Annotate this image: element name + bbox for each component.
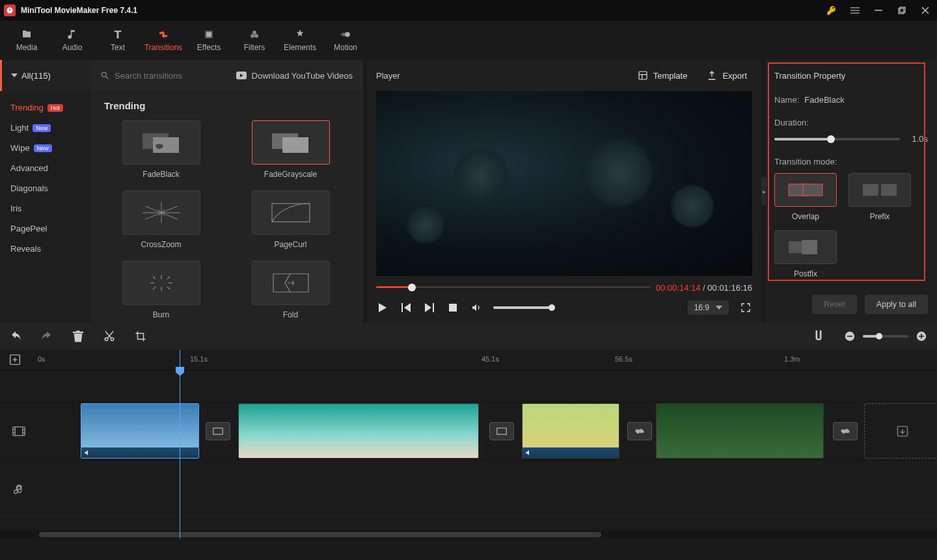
tab-elements[interactable]: Elements [277, 22, 323, 59]
player-controls: 16:9 [367, 293, 761, 323]
ruler-mark: 45.1s [482, 355, 499, 363]
tab-label: Text [111, 43, 125, 52]
tab-filters[interactable]: Filters [232, 22, 277, 59]
tab-audio[interactable]: Audio [49, 22, 95, 59]
transition-item-burn[interactable]: Burn [104, 261, 218, 319]
transition-item-pagecurl[interactable]: PageCurl [234, 191, 347, 249]
duration-slider[interactable] [774, 138, 900, 140]
svg-rect-3 [850, 10, 860, 10]
transition-item-fold[interactable]: Fold [234, 261, 347, 319]
category-advanced[interactable]: Advanced [0, 158, 91, 178]
menu-icon[interactable] [843, 0, 867, 21]
tab-label: Media [16, 43, 38, 52]
transition-item-fadeblack[interactable]: FadeBlack [104, 120, 218, 179]
category-light[interactable]: LightNew [0, 118, 91, 138]
zoom-slider[interactable] [863, 335, 908, 338]
transition-slot[interactable] [833, 422, 858, 440]
zoom-out-button[interactable] [843, 330, 856, 343]
undo-button[interactable] [9, 330, 22, 343]
transition-slot[interactable] [206, 422, 230, 440]
svg-rect-47 [881, 184, 897, 196]
svg-rect-55 [847, 336, 852, 337]
tab-text[interactable]: Text [95, 22, 141, 59]
aspect-ratio-select[interactable]: 16:9 [688, 300, 729, 315]
svg-rect-43 [449, 304, 457, 312]
duration-label: Duration: [774, 118, 809, 127]
category-wipe[interactable]: WipeNew [0, 138, 91, 158]
download-youtube-link[interactable]: Download YouTube Videos [236, 60, 363, 91]
mode-prefix[interactable]: Prefix [849, 173, 911, 221]
svg-point-14 [254, 34, 258, 38]
apply-all-button[interactable]: Apply to all [865, 295, 928, 314]
category-reveals[interactable]: Reveals [0, 239, 91, 259]
volume-icon[interactable] [470, 301, 483, 314]
svg-point-17 [340, 33, 344, 36]
snap-button[interactable] [812, 330, 825, 343]
mode-overlap[interactable]: Overlap [774, 173, 837, 221]
drop-zone[interactable] [864, 403, 937, 459]
category-iris[interactable]: Iris [0, 198, 91, 219]
mode-postfix[interactable]: Postfix [774, 230, 837, 278]
template-button[interactable]: Template [632, 66, 693, 85]
svg-rect-38 [639, 72, 647, 79]
svg-rect-2 [850, 7, 860, 8]
transition-item-fadegrayscale[interactable]: FadeGrayscale [234, 120, 347, 179]
clip[interactable] [238, 403, 479, 459]
title-bar: MiniTool MovieMaker Free 7.4.1 [0, 0, 937, 21]
export-button[interactable]: Export [701, 66, 752, 85]
preview-viewport[interactable] [376, 91, 752, 276]
panel-collapse-handle[interactable]: ▸ [761, 177, 767, 206]
timeline-ruler[interactable]: 0s15.1s45.1s56.5s1.3m [0, 350, 937, 371]
upgrade-key-icon[interactable] [820, 0, 843, 21]
split-button[interactable] [103, 330, 116, 343]
library-section-title: Trending [104, 100, 350, 111]
timeline-scrollbar[interactable] [0, 531, 937, 539]
clip[interactable] [656, 403, 824, 459]
zoom-in-button[interactable] [915, 330, 928, 343]
redo-button[interactable] [40, 330, 53, 343]
video-track[interactable] [0, 402, 937, 460]
ruler-mark: 0s [38, 355, 46, 363]
tab-transitions[interactable]: Transitions [141, 22, 186, 59]
prev-frame-button[interactable] [400, 301, 413, 314]
timecode: 00:00:14:14 / 00:01:16:16 [656, 283, 752, 293]
tab-motion[interactable]: Motion [323, 22, 368, 59]
add-track-button[interactable] [9, 354, 21, 366]
playhead[interactable] [180, 350, 180, 539]
property-panel-title: Transition Property [765, 60, 937, 91]
clip[interactable] [522, 403, 619, 459]
ruler-mark: 1.3m [784, 355, 800, 363]
fullscreen-button[interactable] [739, 301, 752, 314]
tab-media[interactable]: Media [4, 22, 49, 59]
reset-button[interactable]: Reset [812, 295, 857, 314]
svg-rect-4 [850, 13, 860, 14]
svg-rect-70 [497, 428, 506, 434]
library-panel: All(115) Download YouTube Videos Trendin… [0, 60, 367, 323]
player-progress[interactable]: 00:00:14:14 / 00:01:16:16 [367, 276, 761, 293]
tab-effects[interactable]: Effects [186, 22, 232, 59]
category-pagepeel[interactable]: PagePeel [0, 219, 91, 239]
app-title: MiniTool MovieMaker Free 7.4.1 [21, 6, 137, 15]
library-search[interactable] [91, 60, 236, 91]
tab-label: Effects [197, 43, 221, 52]
delete-button[interactable] [72, 330, 85, 343]
search-input[interactable] [115, 71, 227, 81]
minimize-button[interactable] [867, 0, 890, 21]
transition-slot[interactable] [489, 422, 514, 440]
volume-slider[interactable] [493, 306, 552, 309]
next-frame-button[interactable] [423, 301, 436, 314]
category-trending[interactable]: TrendingHot [0, 98, 91, 118]
maximize-button[interactable] [890, 0, 914, 21]
svg-point-18 [102, 72, 106, 77]
stop-button[interactable] [446, 301, 459, 314]
close-button[interactable] [914, 0, 937, 21]
category-diagonals[interactable]: Diagonals [0, 178, 91, 198]
crop-button[interactable] [134, 330, 147, 343]
transition-item-crosszoom[interactable]: CrossZoom [104, 191, 218, 249]
audio-track[interactable] [0, 460, 937, 519]
play-button[interactable] [376, 301, 389, 314]
clip[interactable] [81, 403, 199, 459]
transition-slot[interactable] [627, 422, 652, 440]
library-all-dropdown[interactable]: All(115) [0, 60, 91, 91]
svg-rect-11 [206, 32, 211, 37]
